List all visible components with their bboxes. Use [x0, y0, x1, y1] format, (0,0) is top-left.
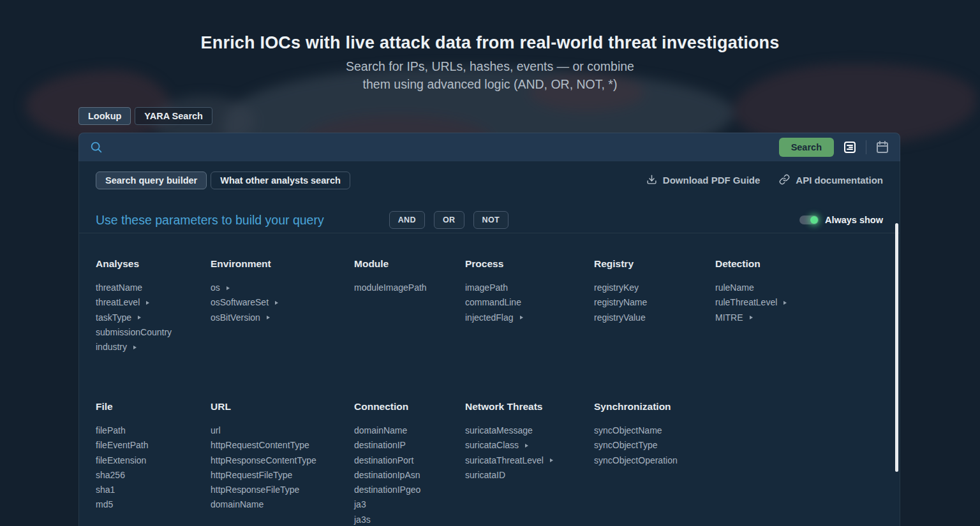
api-documentation-link[interactable]: API documentation	[779, 174, 883, 187]
parameter-item-destinationIP[interactable]: destinationIP	[354, 438, 465, 453]
search-mode-tabs: Lookup YARA Search	[78, 107, 212, 125]
parameter-item-ruleName[interactable]: ruleName	[715, 281, 874, 295]
query-template-icon[interactable]	[841, 138, 859, 156]
parameter-item-fileEventPath[interactable]: fileEventPath	[96, 438, 211, 453]
parameter-item-destinationPort[interactable]: destinationPort	[354, 453, 465, 468]
parameter-item-filePath[interactable]: filePath	[96, 423, 211, 438]
parameter-item-taskType[interactable]: taskType	[96, 310, 211, 325]
submenu-arrow-icon	[267, 316, 270, 319]
parameter-item-osBitVersion[interactable]: osBitVersion	[211, 310, 354, 325]
parameter-item-httpResponseFileType[interactable]: httpResponseFileType	[211, 483, 354, 497]
parameter-groups-row-1: AnalysesthreatNamethreatLeveltaskTypesub…	[96, 258, 874, 354]
parameter-item-httpRequestContentType[interactable]: httpRequestContentType	[211, 438, 354, 453]
submenu-arrow-icon	[146, 301, 149, 305]
parameter-item-label: suricataMessage	[465, 423, 533, 438]
always-show-toggle[interactable]	[799, 216, 819, 224]
parameter-item-label: httpRequestFileType	[211, 468, 292, 483]
parameter-item-suricataMessage[interactable]: suricataMessage	[465, 423, 594, 438]
parameter-item-fileExtension[interactable]: fileExtension	[96, 453, 211, 468]
parameter-item-registryKey[interactable]: registryKey	[594, 281, 715, 295]
parameter-item-label: threatLevel	[96, 295, 140, 310]
parameter-item-label: ja3	[354, 497, 366, 512]
parameter-item-label: registryValue	[594, 310, 646, 325]
parameter-item-moduleImagePath[interactable]: moduleImagePath	[354, 281, 465, 295]
parameter-item-injectedFlag[interactable]: injectedFlag	[465, 310, 594, 325]
always-show-label: Always show	[825, 215, 883, 225]
parameter-item-MITRE[interactable]: MITRE	[715, 310, 874, 325]
search-input[interactable]	[112, 142, 772, 153]
parameter-item-registryName[interactable]: registryName	[594, 295, 715, 310]
submenu-arrow-icon	[133, 346, 137, 349]
parameter-item-imagePath[interactable]: imagePath	[465, 281, 594, 295]
parameter-item-syncObjectOperation[interactable]: syncObjectOperation	[594, 453, 715, 468]
parameter-item-threatName[interactable]: threatName	[96, 281, 211, 295]
analysts-search-button[interactable]: What other analysts search	[211, 172, 350, 189]
query-builder-panel: Search query builder What other analysts…	[78, 161, 900, 526]
operator-and-button[interactable]: AND	[389, 211, 425, 229]
download-pdf-guide-link[interactable]: Download PDF Guide	[646, 174, 761, 187]
parameter-item-syncObjectType[interactable]: syncObjectType	[594, 438, 715, 453]
parameter-item-commandLine[interactable]: commandLine	[465, 295, 594, 310]
parameter-item-ruleThreatLevel[interactable]: ruleThreatLevel	[715, 295, 874, 310]
scrollbar-thumb[interactable]	[895, 223, 898, 472]
parameter-group: ConnectiondomainNamedestinationIPdestina…	[354, 401, 465, 526]
parameter-item-label: destinationIP	[354, 438, 406, 453]
parameter-item-os[interactable]: os	[211, 281, 354, 295]
parameter-item-label: submissionCountry	[96, 325, 172, 340]
parameter-item-label: fileEventPath	[96, 438, 149, 453]
page: Enrich IOCs with live attack data from r…	[0, 0, 980, 526]
parameter-item-domainName[interactable]: domainName	[354, 423, 465, 438]
parameter-item-suricataID[interactable]: suricataID	[465, 468, 594, 483]
parameter-item-label: httpResponseContentType	[211, 453, 316, 468]
parameter-item-label: ja3s	[354, 513, 371, 526]
parameter-group-title: Synchronization	[594, 401, 715, 413]
submenu-arrow-icon	[226, 286, 230, 290]
parameter-item-threatLevel[interactable]: threatLevel	[96, 295, 211, 310]
parameter-item-ja3[interactable]: ja3	[354, 497, 465, 512]
parameter-item-submissionCountry[interactable]: submissionCountry	[96, 325, 211, 340]
parameter-item-domainName[interactable]: domainName	[211, 497, 354, 512]
operator-or-button[interactable]: OR	[434, 211, 464, 229]
parameter-item-registryValue[interactable]: registryValue	[594, 310, 715, 325]
parameter-item-suricataClass[interactable]: suricataClass	[465, 438, 594, 453]
parameter-item-label: sha256	[96, 468, 125, 483]
parameter-item-syncObjectName[interactable]: syncObjectName	[594, 423, 715, 438]
parameter-item-destinationIpAsn[interactable]: destinationIpAsn	[354, 468, 465, 483]
parameter-item-destinationIPgeo[interactable]: destinationIPgeo	[354, 483, 465, 497]
parameter-item-url[interactable]: url	[211, 423, 354, 438]
parameter-item-label: filePath	[96, 423, 126, 438]
parameter-item-label: sha1	[96, 483, 115, 497]
parameter-item-md5[interactable]: md5	[96, 497, 211, 512]
parameter-group: DetectionruleNameruleThreatLevelMITRE	[715, 258, 874, 354]
parameter-item-sha1[interactable]: sha1	[96, 483, 211, 497]
parameter-item-httpRequestFileType[interactable]: httpRequestFileType	[211, 468, 354, 483]
parameter-item-industry[interactable]: industry	[96, 340, 211, 354]
parameter-group-title: File	[96, 401, 211, 413]
search-query-builder-button[interactable]: Search query builder	[96, 172, 207, 189]
parameter-item-label: destinationPort	[354, 453, 413, 468]
submenu-arrow-icon	[275, 301, 278, 305]
parameter-item-label: os	[211, 281, 220, 295]
tab-yara-search[interactable]: YARA Search	[135, 107, 212, 125]
builder-heading: Use these parameters to build your query	[96, 213, 324, 228]
parameter-item-label: ruleName	[715, 281, 754, 295]
parameter-item-httpResponseContentType[interactable]: httpResponseContentType	[211, 453, 354, 468]
parameter-item-label: fileExtension	[96, 453, 146, 468]
parameter-item-osSoftwareSet[interactable]: osSoftwareSet	[211, 295, 354, 310]
calendar-icon[interactable]	[873, 138, 891, 156]
subtitle-line-1: Search for IPs, URLs, hashes, events — o…	[0, 58, 980, 76]
parameter-group-title: Analyses	[96, 258, 211, 270]
parameter-item-label: commandLine	[465, 295, 521, 310]
parameter-item-label: url	[211, 423, 221, 438]
tab-lookup[interactable]: Lookup	[78, 107, 131, 125]
parameter-item-ja3s[interactable]: ja3s	[354, 513, 465, 526]
parameter-item-label: moduleImagePath	[354, 281, 427, 295]
parameter-group: URLurlhttpRequestContentTypehttpResponse…	[211, 401, 354, 526]
search-button[interactable]: Search	[779, 138, 834, 157]
parameter-item-suricataThreatLevel[interactable]: suricataThreatLevel	[465, 453, 594, 468]
parameter-group-title: Network Threats	[465, 401, 594, 413]
parameter-item-sha256[interactable]: sha256	[96, 468, 211, 483]
parameter-group: RegistryregistryKeyregistryNameregistryV…	[594, 258, 715, 354]
operator-not-button[interactable]: NOT	[473, 211, 509, 229]
parameter-item-label: syncObjectName	[594, 423, 662, 438]
